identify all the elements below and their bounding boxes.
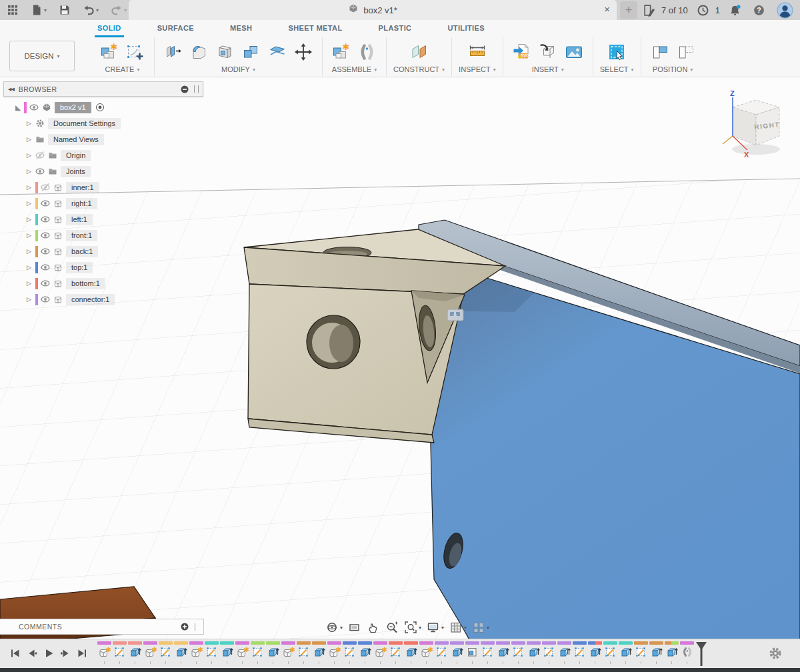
select-button[interactable] bbox=[605, 40, 629, 64]
browser-item-label[interactable]: right:1 bbox=[66, 198, 97, 209]
look-at-button[interactable] bbox=[347, 620, 363, 635]
timeline-feature-component[interactable]: ✱ bbox=[419, 641, 434, 664]
comments-drag-handle[interactable] bbox=[195, 623, 198, 631]
view-cube[interactable]: RIGHT Z X bbox=[715, 88, 795, 165]
save-button[interactable] bbox=[56, 0, 73, 20]
file-menu-button[interactable]: ▾ bbox=[28, 0, 49, 20]
help-icon[interactable]: ? bbox=[750, 0, 768, 20]
revert-position-button[interactable] bbox=[674, 40, 698, 64]
timeline-feature-extrude[interactable] bbox=[618, 641, 633, 664]
timeline-feature-component[interactable]: ✱ bbox=[281, 641, 296, 664]
viewports-button[interactable]: ▾ bbox=[471, 620, 491, 635]
timeline-feature-component[interactable]: ✱ bbox=[143, 641, 158, 664]
timeline-feature-component[interactable]: ✱ bbox=[97, 641, 112, 664]
insert-mesh-button[interactable] bbox=[536, 40, 560, 64]
timeline-settings-gear-icon[interactable] bbox=[768, 646, 783, 663]
go-to-start-button[interactable] bbox=[9, 647, 21, 659]
joint-button[interactable] bbox=[355, 40, 379, 64]
browser-item-label[interactable]: back:1 bbox=[66, 246, 98, 257]
assemble-dropdown[interactable]: ASSEMBLE▾ bbox=[332, 65, 377, 73]
timeline-feature-extrude[interactable] bbox=[557, 641, 572, 664]
visibility-eye-icon[interactable] bbox=[29, 103, 39, 112]
browser-item-label[interactable]: Named Views bbox=[48, 134, 104, 145]
timeline-feature-extrude[interactable] bbox=[311, 641, 327, 664]
add-comment-icon[interactable] bbox=[180, 622, 189, 631]
timeline-feature-sketch[interactable] bbox=[296, 641, 311, 664]
insert-svg-button[interactable]: SVG✱ bbox=[510, 40, 534, 64]
browser-item-label[interactable]: top:1 bbox=[66, 262, 93, 273]
ribbon-tab-sheet-metal[interactable]: SHEET METAL bbox=[285, 20, 345, 37]
browser-item-label[interactable]: Document Settings bbox=[48, 118, 121, 129]
visibility-eye-icon[interactable] bbox=[41, 247, 50, 256]
timeline-feature-extrude[interactable] bbox=[403, 641, 419, 664]
timeline-position-marker[interactable] bbox=[695, 641, 707, 670]
board-component[interactable] bbox=[0, 587, 159, 645]
timeline-feature-extrude[interactable] bbox=[219, 641, 235, 664]
timeline-feature-sketch[interactable] bbox=[511, 641, 526, 664]
timeline-feature-extrude[interactable] bbox=[526, 641, 541, 664]
visibility-eye-off-icon[interactable] bbox=[41, 183, 50, 192]
expand-arrow-icon[interactable]: ▷ bbox=[27, 264, 35, 271]
browser-item-back-1[interactable]: ▷back:1 bbox=[3, 243, 203, 259]
browser-item-label[interactable]: left:1 bbox=[66, 214, 93, 225]
timeline-feature-sketch[interactable] bbox=[480, 641, 495, 664]
collapse-triangle-icon[interactable]: ◣ bbox=[15, 103, 24, 112]
timeline-feature-component[interactable]: ✱ bbox=[373, 641, 388, 664]
browser-item-origin[interactable]: ▷Origin bbox=[3, 147, 203, 163]
browser-item-named-views[interactable]: ▷Named Views bbox=[3, 131, 203, 147]
timeline-feature-sketch[interactable] bbox=[603, 641, 618, 664]
expand-arrow-icon[interactable]: ▷ bbox=[27, 200, 35, 207]
timeline-feature-extrude[interactable] bbox=[495, 641, 511, 664]
fit-button[interactable]: ▾ bbox=[403, 620, 423, 635]
timeline-feature-extrude[interactable] bbox=[173, 641, 189, 664]
create-dropdown[interactable]: CREATE▾ bbox=[105, 65, 140, 73]
timeline-feature-extrude[interactable] bbox=[649, 641, 664, 664]
browser-item-root[interactable]: ◣box2 v1 bbox=[3, 99, 203, 115]
ribbon-tab-surface[interactable]: SURFACE bbox=[155, 20, 197, 37]
timeline-feature-sketch[interactable] bbox=[572, 641, 587, 664]
browser-item-right-1[interactable]: ▷right:1 bbox=[3, 195, 203, 211]
ribbon-tab-plastic[interactable]: PLASTIC bbox=[376, 20, 415, 37]
browser-item-connector-1[interactable]: ▷connector:1 bbox=[3, 291, 203, 307]
joint-glyph[interactable] bbox=[447, 309, 463, 321]
history-clock-icon[interactable] bbox=[694, 0, 712, 20]
browser-item-document-settings[interactable]: ▷Document Settings bbox=[3, 115, 203, 131]
app-menu-button[interactable] bbox=[4, 0, 21, 20]
close-tab-button[interactable]: × bbox=[604, 3, 610, 15]
timeline-feature-sketch[interactable] bbox=[204, 641, 219, 664]
document-tab[interactable]: box2 v1* × bbox=[129, 0, 617, 20]
ribbon-tab-solid[interactable]: SOLID bbox=[95, 20, 124, 37]
timeline-feature-extrude[interactable] bbox=[265, 641, 281, 664]
play-button[interactable] bbox=[43, 647, 55, 659]
combine-button[interactable] bbox=[239, 40, 263, 64]
capture-position-button[interactable] bbox=[648, 40, 672, 64]
redo-button[interactable]: ▾ bbox=[108, 0, 129, 20]
expand-arrow-icon[interactable]: ▷ bbox=[27, 184, 35, 191]
split-body-button[interactable] bbox=[265, 40, 289, 64]
visibility-eye-icon[interactable] bbox=[41, 231, 50, 240]
inspect-dropdown[interactable]: INSPECT▾ bbox=[459, 65, 496, 73]
timeline-feature-sketch[interactable] bbox=[388, 641, 403, 664]
browser-item-top-1[interactable]: ▷top:1 bbox=[3, 259, 203, 275]
browser-item-joints[interactable]: ▷Joints bbox=[3, 163, 203, 179]
timeline-feature-component[interactable]: ✱ bbox=[189, 641, 204, 664]
grid-display-button[interactable]: ▾ bbox=[448, 620, 468, 635]
press-pull-button[interactable] bbox=[161, 40, 185, 64]
timeline-feature-component[interactable]: ✱ bbox=[327, 641, 342, 664]
insert-dropdown[interactable]: INSERT▾ bbox=[532, 65, 564, 73]
expand-arrow-icon[interactable]: ▷ bbox=[27, 216, 35, 223]
measure-button[interactable] bbox=[465, 40, 489, 64]
notifications-bell-icon[interactable] bbox=[726, 0, 744, 20]
ribbon-tab-utilities[interactable]: UTILITIES bbox=[445, 20, 487, 37]
visibility-eye-off-icon[interactable] bbox=[35, 151, 45, 160]
display-settings-button[interactable]: ▾ bbox=[425, 620, 445, 635]
pan-button[interactable] bbox=[365, 620, 381, 635]
create-sketch-button[interactable] bbox=[123, 40, 147, 64]
visibility-eye-icon[interactable] bbox=[35, 167, 45, 176]
browser-minimize-icon[interactable] bbox=[180, 85, 189, 94]
timeline-feature-sketch[interactable] bbox=[434, 641, 449, 664]
visibility-eye-icon[interactable] bbox=[41, 199, 50, 208]
visibility-eye-icon[interactable] bbox=[41, 263, 50, 272]
expand-arrow-icon[interactable]: ▷ bbox=[27, 152, 35, 159]
expand-arrow-icon[interactable]: ▷ bbox=[27, 296, 35, 303]
